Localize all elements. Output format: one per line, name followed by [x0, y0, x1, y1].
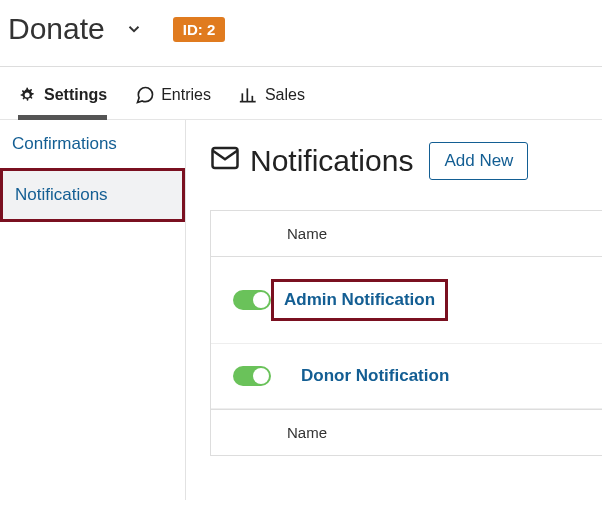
table-row: Donor Notification	[211, 344, 602, 409]
page-title: Notifications	[210, 143, 413, 180]
toggle-switch[interactable]	[233, 366, 271, 386]
gear-icon	[18, 85, 38, 105]
column-header-name: Name	[211, 211, 602, 256]
tab-label: Entries	[161, 86, 211, 104]
notification-name-link[interactable]: Donor Notification	[301, 366, 449, 386]
tab-entries[interactable]: Entries	[135, 67, 211, 119]
notification-name-link[interactable]: Admin Notification	[284, 290, 435, 309]
table-row: Admin Notification	[211, 257, 602, 344]
bar-chart-icon	[239, 85, 259, 105]
toggle-switch[interactable]	[233, 290, 271, 310]
tabbar: Settings Entries Sales	[0, 66, 602, 120]
sidebar: Confirmations Notifications	[0, 120, 186, 500]
add-new-button[interactable]: Add New	[429, 142, 528, 180]
tab-sales[interactable]: Sales	[239, 67, 305, 119]
sidebar-item-notifications[interactable]: Notifications	[0, 168, 185, 222]
column-footer-name: Name	[211, 410, 602, 455]
form-title: Donate	[8, 12, 105, 46]
id-badge: ID: 2	[173, 17, 226, 42]
tab-settings[interactable]: Settings	[18, 67, 107, 119]
comment-icon	[135, 85, 155, 105]
chevron-down-icon[interactable]	[125, 20, 143, 38]
tab-label: Sales	[265, 86, 305, 104]
sidebar-item-confirmations[interactable]: Confirmations	[0, 120, 185, 168]
envelope-icon	[210, 143, 240, 180]
tab-label: Settings	[44, 86, 107, 104]
notifications-table: Name Admin Notification Donor Notificati…	[210, 210, 602, 456]
